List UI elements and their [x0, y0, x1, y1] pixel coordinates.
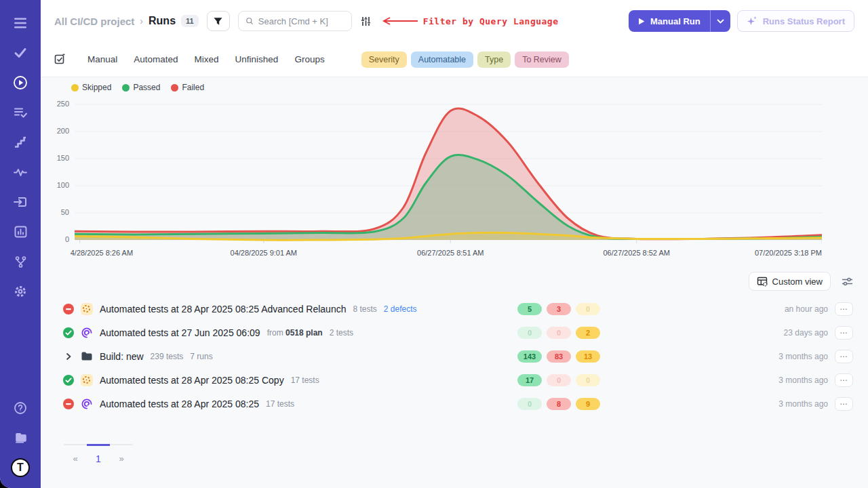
- spark-run-icon: [81, 374, 93, 386]
- spark-run-icon: [81, 303, 93, 315]
- run-row[interactable]: Automated tests at 28 Apr 2025 08:25 Adv…: [54, 297, 854, 321]
- chart-legend: SkippedPassedFailed: [71, 83, 204, 92]
- logo-icon: T: [11, 458, 30, 477]
- tab-groups[interactable]: Groups: [290, 52, 328, 67]
- sidebar-item-tests-icon[interactable]: [9, 42, 31, 64]
- chevron-right-icon[interactable]: [64, 352, 73, 361]
- tab-mixed[interactable]: Mixed: [191, 52, 223, 67]
- runs-status-report-label: Runs Status Report: [763, 16, 845, 26]
- count-badge-passed: 143: [517, 350, 542, 363]
- run-meta-group: 8 tests2 defects: [353, 304, 416, 314]
- sidebar-item-branches-icon[interactable]: [9, 251, 31, 272]
- page-title: Runs: [149, 15, 176, 27]
- row-more-button[interactable]: …: [835, 373, 853, 387]
- tag-filter-severity[interactable]: Severity: [361, 52, 407, 68]
- app-logo[interactable]: T: [9, 457, 31, 479]
- annotation-text: Filter by Query Language: [423, 16, 559, 26]
- defects-link[interactable]: 2 defects: [384, 304, 417, 314]
- run-row[interactable]: Automated tests at 28 Apr 2025 08:25 Cop…: [54, 368, 854, 392]
- tag-filter-type[interactable]: Type: [477, 52, 511, 68]
- sidebar-item-reports-icon[interactable]: [9, 221, 31, 243]
- legend-item-skipped[interactable]: Skipped: [71, 83, 111, 92]
- run-title: Automated tests at 28 Apr 2025 08:25 Cop…: [100, 375, 284, 386]
- run-meta: 2 tests: [330, 328, 353, 338]
- sidebar-item-analytics-icon[interactable]: [9, 161, 31, 183]
- tag-filter-to-review[interactable]: To Review: [515, 52, 569, 68]
- manual-run-dropdown-button[interactable]: [710, 10, 730, 32]
- sidebar-item-settings-icon[interactable]: [9, 281, 31, 302]
- pagination-page-1[interactable]: 1: [87, 444, 110, 464]
- bulk-select-icon[interactable]: [54, 54, 66, 65]
- breadcrumb-project-link[interactable]: All CI/CD project: [54, 16, 134, 27]
- pagination-next-button[interactable]: »: [110, 444, 133, 464]
- sparkles-icon: [747, 16, 757, 26]
- app-window: T All CI/CD project › Runs 11: [0, 0, 868, 488]
- custom-view-icon: [757, 276, 768, 287]
- tab-unfinished[interactable]: Unfinished: [231, 52, 283, 67]
- legend-item-passed[interactable]: Passed: [122, 83, 160, 92]
- y-axis-tick: 0: [42, 235, 69, 243]
- y-axis-tick: 150: [42, 154, 69, 162]
- count-badge-passed: 0: [517, 327, 542, 339]
- sidebar-item-runs-icon[interactable]: [9, 72, 31, 94]
- run-title: Automated tests at 28 Apr 2025 08:25: [100, 399, 259, 409]
- run-count-badges: 1700: [517, 374, 604, 386]
- pagination-prev-button[interactable]: «: [64, 444, 87, 464]
- legend-label: Skipped: [82, 83, 111, 92]
- chart-canvas: [75, 100, 822, 247]
- tab-manual[interactable]: Manual: [83, 52, 121, 67]
- count-badge-failed: 83: [547, 350, 571, 363]
- tab-automated[interactable]: Automated: [130, 52, 182, 67]
- count-badge-passed: 17: [517, 374, 542, 386]
- run-meta: 8 tests: [353, 304, 376, 314]
- run-time: 23 days ago: [604, 328, 828, 338]
- run-type-icon: [80, 398, 93, 410]
- run-status: [63, 399, 74, 409]
- sidebar-item-steps-icon[interactable]: [9, 131, 31, 153]
- row-more-button[interactable]: …: [835, 326, 853, 340]
- run-count-badges: 530: [517, 303, 604, 315]
- run-row[interactable]: Automated tests at 28 Apr 2025 08:2517 t…: [54, 392, 854, 415]
- status-passed-icon: [63, 375, 74, 386]
- count-badge-failed: 0: [547, 327, 571, 339]
- run-row[interactable]: Automated tests at 27 Jun 2025 06:09from…: [54, 321, 854, 344]
- list-settings-icon[interactable]: [842, 277, 853, 287]
- funnel-icon: [213, 16, 223, 26]
- run-time: 3 months ago: [604, 399, 828, 409]
- row-more-button[interactable]: …: [835, 302, 853, 316]
- manual-run-split-button: Manual Run: [629, 10, 730, 32]
- sidebar-bottom-icons: [9, 397, 31, 457]
- custom-view-button[interactable]: Custom view: [749, 272, 831, 291]
- legend-dot-failed: [171, 84, 178, 92]
- filter-tabs-bar: ManualAutomatedMixedUnfinishedGroups Sev…: [41, 42, 868, 77]
- sidebar-item-plans-icon[interactable]: [9, 102, 31, 123]
- sidebar-item-menu-icon[interactable]: [9, 12, 31, 34]
- swirl-run-icon: [81, 398, 93, 410]
- folder-icon: [81, 351, 92, 361]
- query-language-filter-icon[interactable]: [360, 16, 372, 27]
- tag-filter-automatable[interactable]: Automatable: [411, 52, 473, 68]
- search-box[interactable]: [238, 11, 352, 31]
- runs-status-report-button[interactable]: Runs Status Report: [737, 10, 854, 32]
- runs-count-badge: 11: [181, 15, 199, 27]
- tabs: ManualAutomatedMixedUnfinishedGroups: [83, 52, 337, 67]
- sidebar-item-help-icon[interactable]: [9, 397, 31, 419]
- legend-item-failed[interactable]: Failed: [171, 83, 204, 92]
- row-more-button[interactable]: …: [835, 397, 853, 411]
- run-row[interactable]: Build: new239 tests7 runs14383133 months…: [54, 344, 854, 368]
- arrow-left-icon: [380, 16, 419, 26]
- search-input[interactable]: [258, 16, 344, 26]
- run-meta-group: from 0518 plan2 tests: [267, 328, 353, 338]
- run-title: Build: new: [100, 351, 144, 362]
- sidebar-item-import-icon[interactable]: [9, 191, 31, 213]
- breadcrumb: All CI/CD project › Runs 11: [54, 15, 199, 27]
- sidebar-item-projects-icon[interactable]: [9, 427, 31, 449]
- manual-run-button[interactable]: Manual Run: [629, 10, 710, 32]
- run-time: 3 months ago: [604, 375, 828, 385]
- filter-button[interactable]: [207, 11, 230, 31]
- legend-label: Failed: [182, 83, 204, 92]
- count-badge-passed: 5: [517, 303, 542, 315]
- pagination: « 1 »: [64, 444, 133, 464]
- row-more-button[interactable]: …: [835, 350, 853, 363]
- search-icon: [245, 16, 254, 26]
